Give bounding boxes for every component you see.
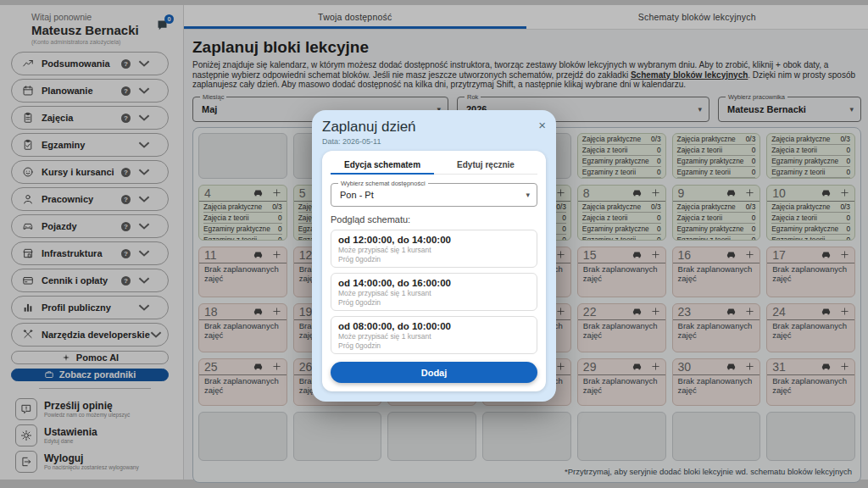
block-time-range: od 12:00:00, do 14:00:00	[338, 234, 530, 246]
schema-preview-label: Podgląd schematu:	[331, 214, 537, 225]
schema-block: od 12:00:00, do 14:00:00Może przypisać s…	[331, 230, 537, 268]
modal-header: Zaplanuj dzień ×	[322, 119, 546, 135]
block-capacity: Może przypisać się 1 kursant	[338, 332, 530, 341]
schema-select[interactable]: Wybierz schemat dostępności Pon - Pt ▾	[331, 183, 537, 207]
block-capacity: Może przypisać się 1 kursant	[338, 289, 530, 298]
plan-day-modal: Zaplanuj dzień × Data: 2026-05-11 Edycja…	[312, 110, 556, 402]
schema-blocks-list: od 12:00:00, do 14:00:00Może przypisać s…	[331, 230, 537, 354]
block-threshold: Próg 0godzin	[338, 298, 530, 308]
schema-block: od 08:00:00, do 10:00:00Może przypisać s…	[331, 316, 537, 354]
close-icon[interactable]: ×	[538, 119, 546, 131]
block-time-range: od 08:00:00, do 10:00:00	[338, 320, 530, 332]
block-capacity: Może przypisać się 1 kursant	[338, 246, 530, 255]
tab-edit-by-schema[interactable]: Edycja schematem	[331, 158, 434, 174]
modal-body: Edycja schematem Edytuj ręcznie Wybierz …	[322, 151, 546, 391]
dropdown-arrow-icon: ▾	[526, 191, 530, 199]
modal-active-tab-indicator	[331, 173, 434, 175]
modal-title: Zaplanuj dzień	[322, 119, 416, 135]
block-threshold: Próg 0godzin	[338, 255, 530, 264]
schema-block: od 14:00:00, do 16:00:00Może przypisać s…	[331, 273, 537, 311]
block-time-range: od 14:00:00, do 16:00:00	[338, 277, 530, 289]
modal-date: Data: 2026-05-11	[322, 137, 546, 146]
schema-select-label: Wybierz schemat dostępności	[338, 180, 428, 187]
block-threshold: Próg 0godzin	[338, 341, 530, 351]
tab-edit-manually[interactable]: Edytuj ręcznie	[434, 158, 537, 174]
modal-tabbar: Edycja schematem Edytuj ręcznie	[331, 158, 537, 175]
add-button[interactable]: Dodaj	[331, 362, 537, 383]
schema-select-value: Pon - Pt	[340, 190, 374, 200]
